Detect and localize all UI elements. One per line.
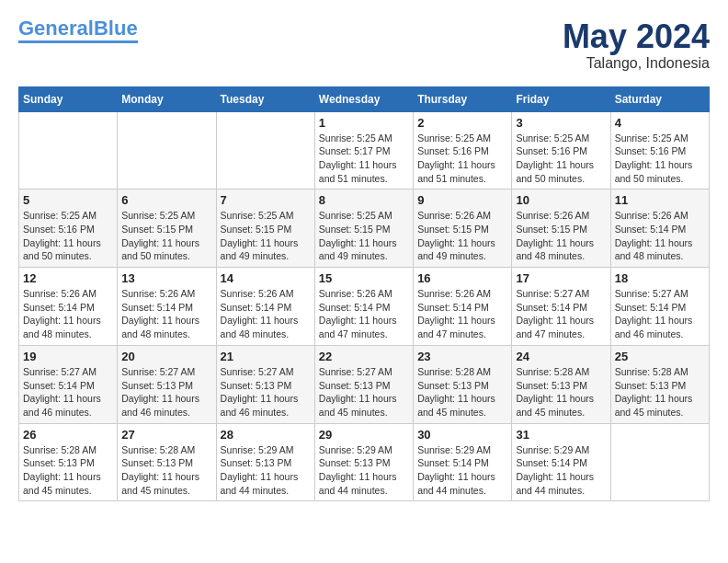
calendar-day-cell: 15Sunrise: 5:26 AM Sunset: 5:14 PM Dayli… [314, 268, 413, 346]
day-info: Sunrise: 5:29 AM Sunset: 5:14 PM Dayligh… [417, 443, 507, 498]
day-info: Sunrise: 5:27 AM Sunset: 5:13 PM Dayligh… [121, 365, 211, 419]
day-info: Sunrise: 5:25 AM Sunset: 5:15 PM Dayligh… [221, 209, 311, 263]
location-title: Talango, Indonesia [563, 55, 710, 72]
calendar-day-cell: 27Sunrise: 5:28 AM Sunset: 5:13 PM Dayli… [118, 423, 216, 501]
day-number: 21 [221, 350, 311, 363]
day-number: 23 [417, 350, 507, 363]
day-info: Sunrise: 5:28 AM Sunset: 5:13 PM Dayligh… [615, 365, 705, 419]
day-number: 2 [417, 116, 507, 130]
calendar-day-cell: 14Sunrise: 5:26 AM Sunset: 5:14 PM Dayli… [216, 268, 314, 346]
day-info: Sunrise: 5:28 AM Sunset: 5:13 PM Dayligh… [121, 443, 211, 498]
day-number: 3 [516, 116, 606, 130]
day-info: Sunrise: 5:26 AM Sunset: 5:15 PM Dayligh… [417, 209, 507, 263]
calendar-day-cell: 19Sunrise: 5:27 AM Sunset: 5:14 PM Dayli… [19, 345, 118, 423]
day-info: Sunrise: 5:25 AM Sunset: 5:17 PM Dayligh… [319, 132, 409, 186]
weekday-header-cell: Wednesday [314, 86, 413, 111]
day-info: Sunrise: 5:26 AM Sunset: 5:15 PM Dayligh… [516, 209, 606, 263]
weekday-header-cell: Monday [118, 86, 216, 111]
day-info: Sunrise: 5:25 AM Sunset: 5:16 PM Dayligh… [516, 132, 606, 186]
calendar-day-cell: 7Sunrise: 5:25 AM Sunset: 5:15 PM Daylig… [216, 190, 314, 268]
calendar-day-cell: 30Sunrise: 5:29 AM Sunset: 5:14 PM Dayli… [414, 423, 512, 501]
day-info: Sunrise: 5:26 AM Sunset: 5:14 PM Dayligh… [121, 287, 211, 341]
month-title: May 2024 [563, 18, 710, 55]
day-info: Sunrise: 5:29 AM Sunset: 5:13 PM Dayligh… [221, 443, 311, 498]
weekday-header-cell: Tuesday [216, 86, 314, 111]
weekday-header-cell: Sunday [19, 86, 118, 111]
calendar-table: SundayMondayTuesdayWednesdayThursdayFrid… [18, 86, 710, 502]
day-info: Sunrise: 5:25 AM Sunset: 5:16 PM Dayligh… [417, 132, 507, 186]
calendar-week-row: 1Sunrise: 5:25 AM Sunset: 5:17 PM Daylig… [19, 111, 710, 190]
calendar-day-cell: 18Sunrise: 5:27 AM Sunset: 5:14 PM Dayli… [610, 268, 709, 346]
day-number: 12 [23, 271, 113, 285]
day-number: 24 [516, 350, 606, 363]
logo: GeneralBlue [18, 18, 138, 43]
day-number: 27 [121, 428, 211, 442]
day-number: 28 [221, 428, 311, 442]
calendar-day-cell: 16Sunrise: 5:26 AM Sunset: 5:14 PM Dayli… [414, 268, 512, 346]
day-info: Sunrise: 5:26 AM Sunset: 5:14 PM Dayligh… [23, 287, 113, 341]
calendar-day-cell: 3Sunrise: 5:25 AM Sunset: 5:16 PM Daylig… [512, 111, 610, 190]
calendar-day-cell: 11Sunrise: 5:26 AM Sunset: 5:14 PM Dayli… [610, 190, 709, 268]
calendar-week-row: 12Sunrise: 5:26 AM Sunset: 5:14 PM Dayli… [19, 268, 710, 346]
day-info: Sunrise: 5:28 AM Sunset: 5:13 PM Dayligh… [417, 365, 507, 419]
day-number: 22 [319, 350, 409, 363]
title-block: May 2024 Talango, Indonesia [563, 18, 710, 72]
day-number: 11 [615, 193, 705, 207]
calendar-day-cell [118, 111, 216, 190]
day-info: Sunrise: 5:26 AM Sunset: 5:14 PM Dayligh… [417, 287, 507, 341]
day-number: 4 [615, 116, 705, 130]
day-number: 20 [121, 350, 211, 363]
day-info: Sunrise: 5:27 AM Sunset: 5:14 PM Dayligh… [23, 365, 113, 419]
day-number: 26 [23, 428, 113, 442]
logo-text: GeneralBlue [18, 18, 138, 39]
day-number: 8 [319, 193, 409, 207]
day-number: 13 [121, 271, 211, 285]
calendar-day-cell: 25Sunrise: 5:28 AM Sunset: 5:13 PM Dayli… [610, 345, 709, 423]
calendar-day-cell: 5Sunrise: 5:25 AM Sunset: 5:16 PM Daylig… [19, 190, 118, 268]
day-number: 15 [319, 271, 409, 285]
calendar-day-cell: 2Sunrise: 5:25 AM Sunset: 5:16 PM Daylig… [414, 111, 512, 190]
day-number: 29 [319, 428, 409, 442]
logo-blue: Blue [94, 17, 138, 40]
day-number: 1 [319, 116, 409, 130]
logo-general: General [18, 17, 94, 40]
calendar-day-cell: 23Sunrise: 5:28 AM Sunset: 5:13 PM Dayli… [414, 345, 512, 423]
calendar-day-cell: 9Sunrise: 5:26 AM Sunset: 5:15 PM Daylig… [414, 190, 512, 268]
weekday-header-cell: Thursday [414, 86, 512, 111]
calendar-week-row: 5Sunrise: 5:25 AM Sunset: 5:16 PM Daylig… [19, 190, 710, 268]
day-info: Sunrise: 5:25 AM Sunset: 5:15 PM Dayligh… [319, 209, 409, 263]
calendar-week-row: 26Sunrise: 5:28 AM Sunset: 5:13 PM Dayli… [19, 423, 710, 501]
calendar-day-cell: 13Sunrise: 5:26 AM Sunset: 5:14 PM Dayli… [118, 268, 216, 346]
calendar-day-cell [19, 111, 118, 190]
day-number: 17 [516, 271, 606, 285]
day-number: 18 [615, 271, 705, 285]
calendar-day-cell: 1Sunrise: 5:25 AM Sunset: 5:17 PM Daylig… [314, 111, 413, 190]
calendar-day-cell: 17Sunrise: 5:27 AM Sunset: 5:14 PM Dayli… [512, 268, 610, 346]
day-number: 25 [615, 350, 705, 363]
day-info: Sunrise: 5:26 AM Sunset: 5:14 PM Dayligh… [319, 287, 409, 341]
day-info: Sunrise: 5:26 AM Sunset: 5:14 PM Dayligh… [615, 209, 705, 263]
day-number: 19 [23, 350, 113, 363]
weekday-header-row: SundayMondayTuesdayWednesdayThursdayFrid… [19, 86, 710, 111]
calendar-day-cell: 8Sunrise: 5:25 AM Sunset: 5:15 PM Daylig… [314, 190, 413, 268]
day-number: 31 [516, 428, 606, 442]
calendar-day-cell: 6Sunrise: 5:25 AM Sunset: 5:15 PM Daylig… [118, 190, 216, 268]
day-info: Sunrise: 5:28 AM Sunset: 5:13 PM Dayligh… [516, 365, 606, 419]
day-info: Sunrise: 5:27 AM Sunset: 5:13 PM Dayligh… [319, 365, 409, 419]
day-number: 7 [221, 193, 311, 207]
day-number: 30 [417, 428, 507, 442]
day-info: Sunrise: 5:25 AM Sunset: 5:16 PM Dayligh… [615, 132, 705, 186]
calendar-body: 1Sunrise: 5:25 AM Sunset: 5:17 PM Daylig… [19, 111, 710, 501]
weekday-header-cell: Friday [512, 86, 610, 111]
calendar-day-cell: 22Sunrise: 5:27 AM Sunset: 5:13 PM Dayli… [314, 345, 413, 423]
logo-underline [18, 40, 138, 43]
calendar-day-cell: 20Sunrise: 5:27 AM Sunset: 5:13 PM Dayli… [118, 345, 216, 423]
day-info: Sunrise: 5:26 AM Sunset: 5:14 PM Dayligh… [221, 287, 311, 341]
day-info: Sunrise: 5:27 AM Sunset: 5:14 PM Dayligh… [516, 287, 606, 341]
day-number: 14 [221, 271, 311, 285]
weekday-header-cell: Saturday [610, 86, 709, 111]
calendar-day-cell [610, 423, 709, 501]
day-info: Sunrise: 5:27 AM Sunset: 5:13 PM Dayligh… [221, 365, 311, 419]
day-info: Sunrise: 5:29 AM Sunset: 5:13 PM Dayligh… [319, 443, 409, 498]
calendar-day-cell: 29Sunrise: 5:29 AM Sunset: 5:13 PM Dayli… [314, 423, 413, 501]
